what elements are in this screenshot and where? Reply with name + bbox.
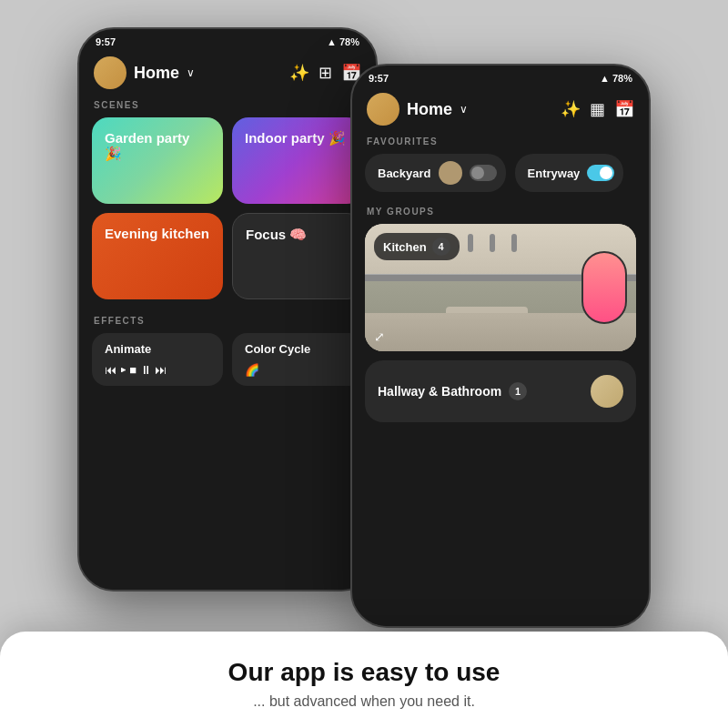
scene-evening-label: Evening kitchen [105,226,209,241]
scene-card-indoor[interactable]: Indoor party 🎉 [232,117,363,204]
hallway-color-swatch[interactable] [591,375,623,408]
animate-label: Animate [105,342,210,356]
scene-container: 9:57 ▲ 78% Home ∨ ✨ ⊞ 📅 [0,0,728,728]
effects-grid: Animate ⏮ ▶ ■ ⏸ ⏭ Color Cycle 🌈 [79,333,376,386]
backyard-label: Backyard [378,167,431,180]
color-cycle-label: Color Cycle [245,342,350,356]
kitchen-color-swatch[interactable] [581,251,627,324]
signal-icon-left: ▲ [327,36,337,47]
effect-animate[interactable]: Animate ⏮ ▶ ■ ⏸ ⏭ [92,333,223,386]
scene-garden-label: Garden party 🎉 [105,130,210,162]
grid-icon[interactable]: ⊞ [318,63,332,83]
home-button-right[interactable]: Home ∨ [367,93,468,126]
toggle-grid-icon[interactable]: ▦ [590,99,605,119]
scenes-grid: Garden party 🎉 Indoor party 🎉 Evening ki… [79,117,376,299]
pendant-lights [468,234,517,252]
scene-indoor-label: Indoor party 🎉 [245,130,346,147]
favourites-row: Backyard Entryway [352,154,649,203]
bottom-fade-right [352,553,649,626]
kitchen-island [446,307,527,332]
scene-card-focus[interactable]: Focus 🧠 [232,213,363,299]
hallway-label: Hallway & Bathroom 1 [378,382,527,400]
entryway-label: Entryway [528,167,581,180]
hallway-name: Hallway & Bathroom [378,384,501,399]
main-tagline: Our app is easy to use [29,657,699,688]
phones-container: 9:57 ▲ 78% Home ∨ ✨ ⊞ 📅 [77,27,651,628]
app-header-right: Home ∨ ✨ ▦ 📅 [352,87,649,133]
scene-focus-label: Focus 🧠 [246,227,307,243]
color-cycle-icons: 🌈 [245,363,350,377]
app-header-left: Home ∨ ✨ ⊞ 📅 [79,51,376,96]
sparkle-icon[interactable]: ✨ [289,63,309,83]
status-icons-right: ▲ 78% [600,73,632,84]
time-left: 9:57 [96,36,116,47]
header-icons-right: ✨ ▦ 📅 [561,99,634,119]
fav-chip-entryway[interactable]: Entryway [515,154,624,192]
phone-left: 9:57 ▲ 78% Home ∨ ✨ ⊞ 📅 [77,27,378,592]
home-button-left[interactable]: Home ∨ [94,56,195,89]
status-bar-left: 9:57 ▲ 78% [79,29,376,51]
favourites-label: FAVOURITES [352,133,649,154]
status-bar-right: 9:57 ▲ 78% [352,66,649,87]
scene-card-garden[interactable]: Garden party 🎉 [92,117,223,204]
effects-section-label: EFFECTS [79,312,376,333]
sparkle-icon-right[interactable]: ✨ [561,99,581,119]
battery-right: 78% [612,73,632,84]
scene-card-evening[interactable]: Evening kitchen [92,213,223,299]
calendar-icon-right[interactable]: 📅 [614,99,634,119]
entryway-toggle[interactable] [587,165,614,181]
signal-icon-right: ▲ [600,73,610,84]
bottom-fade-left [79,517,376,590]
entryway-toggle-knob [600,167,612,179]
backyard-swatch [439,161,462,185]
kitchen-group-card[interactable]: Kitchen 4 ⤢ [365,224,636,351]
fav-chip-backyard[interactable]: Backyard [365,154,506,192]
hallway-count: 1 [509,382,527,400]
avatar-left [94,56,126,89]
home-label-right: Home [407,100,452,119]
groups-label: MY GROUPS [352,203,649,224]
kitchen-name: Kitchen [383,240,427,254]
scenes-section-label: SCENES [79,96,376,117]
backyard-toggle[interactable] [470,165,497,181]
status-icons-left: ▲ 78% [327,36,359,47]
chevron-down-icon-right: ∨ [460,103,468,116]
sub-tagline: ... but advanced when you need it. [29,693,699,710]
kitchen-count: 4 [432,238,450,256]
header-icons-left: ✨ ⊞ 📅 [289,63,361,83]
phone-right: 9:57 ▲ 78% Home ∨ ✨ ▦ 📅 [350,64,651,628]
effect-color-cycle[interactable]: Color Cycle 🌈 [232,333,363,386]
bottom-text-card: Our app is easy to use ... but advanced … [0,632,728,728]
kitchen-badge: Kitchen 4 [374,233,460,260]
time-right: 9:57 [369,73,389,84]
home-label-left: Home [134,64,179,83]
backyard-toggle-knob [471,167,484,179]
animate-icons: ⏮ ▶ ■ ⏸ ⏭ [105,363,210,377]
hallway-group-card[interactable]: Hallway & Bathroom 1 [365,360,636,422]
battery-left: 78% [339,36,359,47]
avatar-right [367,93,399,126]
expand-icon: ⤢ [374,329,385,344]
chevron-down-icon-left: ∨ [187,66,195,79]
